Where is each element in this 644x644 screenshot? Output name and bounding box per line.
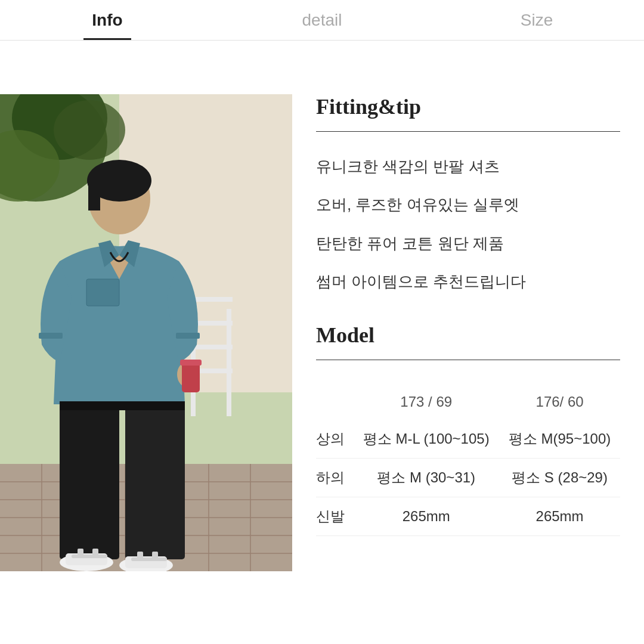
info-panel: Fitting&tip 유니크한 색감의 반팔 셔츠 오버, 루즈한 여유있는 … bbox=[292, 94, 644, 644]
list-item: 탄탄한 퓨어 코튼 원단 제품 bbox=[316, 233, 620, 254]
svg-point-5 bbox=[54, 100, 125, 160]
model-divider bbox=[316, 360, 620, 360]
svg-rect-27 bbox=[88, 181, 100, 210]
svg-rect-33 bbox=[180, 360, 202, 366]
fitting-divider bbox=[316, 131, 620, 132]
tab-detail[interactable]: detail bbox=[215, 0, 429, 40]
row-col1-2: 265mm bbox=[353, 497, 499, 535]
table-row: 하의 평소 M (30~31) 평소 S (28~29) bbox=[316, 458, 620, 497]
col-header-2: 176/ 60 bbox=[499, 384, 620, 420]
table-row: 상의 평소 M-L (100~105) 평소 M(95~100) bbox=[316, 420, 620, 459]
svg-rect-35 bbox=[125, 404, 185, 559]
row-col1-0: 평소 M-L (100~105) bbox=[353, 420, 499, 459]
svg-rect-30 bbox=[176, 333, 200, 339]
svg-rect-41 bbox=[72, 555, 107, 558]
row-label-1: 하의 bbox=[316, 458, 353, 497]
tab-size[interactable]: Size bbox=[429, 0, 644, 40]
tab-info[interactable]: Info bbox=[0, 0, 215, 40]
svg-rect-28 bbox=[86, 279, 119, 306]
svg-rect-42 bbox=[78, 549, 83, 556]
svg-rect-46 bbox=[152, 552, 158, 559]
svg-rect-44 bbox=[131, 558, 167, 561]
model-table: 173 / 69 176/ 60 상의 평소 M-L (100~105) 평소 … bbox=[316, 384, 620, 536]
table-row: 신발 265mm 265mm bbox=[316, 497, 620, 535]
svg-rect-29 bbox=[39, 333, 63, 339]
list-item: 썸머 아이템으로 추천드립니다 bbox=[316, 271, 620, 292]
col-header-1: 173 / 69 bbox=[353, 384, 499, 420]
row-col2-0: 평소 M(95~100) bbox=[499, 420, 620, 459]
svg-rect-45 bbox=[137, 552, 143, 559]
fitting-title: Fitting&tip bbox=[316, 94, 620, 119]
row-label-0: 상의 bbox=[316, 420, 353, 459]
model-title: Model bbox=[316, 323, 620, 348]
product-image bbox=[0, 94, 292, 571]
fitting-section: Fitting&tip 유니크한 색감의 반팔 셔츠 오버, 루즈한 여유있는 … bbox=[316, 94, 620, 293]
list-item: 유니크한 색감의 반팔 셔츠 bbox=[316, 156, 620, 177]
fitting-list: 유니크한 색감의 반팔 셔츠 오버, 루즈한 여유있는 실루엣 탄탄한 퓨어 코… bbox=[316, 156, 620, 293]
svg-rect-43 bbox=[92, 549, 98, 556]
row-col2-1: 평소 S (28~29) bbox=[499, 458, 620, 497]
table-header-row: 173 / 69 176/ 60 bbox=[316, 384, 620, 420]
col-header-0 bbox=[316, 384, 353, 420]
model-section: Model 173 / 69 176/ 60 상의 평소 M-L (100~10… bbox=[316, 323, 620, 536]
row-col1-1: 평소 M (30~31) bbox=[353, 458, 499, 497]
svg-rect-32 bbox=[182, 363, 200, 392]
main-content: Fitting&tip 유니크한 색감의 반팔 셔츠 오버, 루즈한 여유있는 … bbox=[0, 41, 644, 644]
svg-rect-36 bbox=[60, 401, 185, 410]
tab-navigation: Info detail Size bbox=[0, 0, 644, 41]
row-label-2: 신발 bbox=[316, 497, 353, 535]
list-item: 오버, 루즈한 여유있는 실루엣 bbox=[316, 194, 620, 215]
row-col2-2: 265mm bbox=[499, 497, 620, 535]
svg-rect-34 bbox=[60, 404, 119, 559]
